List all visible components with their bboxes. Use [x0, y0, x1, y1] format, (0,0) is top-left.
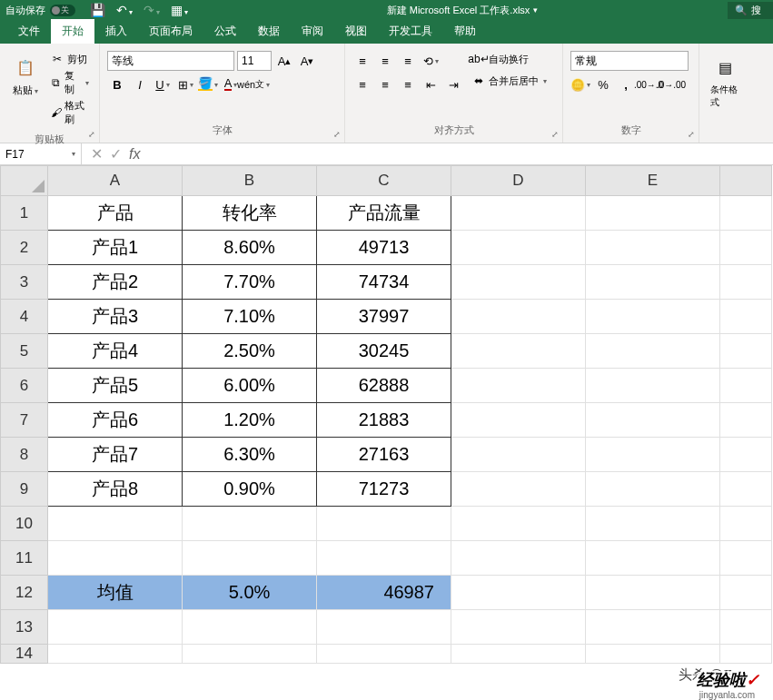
tab-home[interactable]: 开始	[51, 19, 94, 44]
cell-D6[interactable]	[451, 369, 586, 403]
percent-icon[interactable]: %	[593, 74, 613, 94]
cell-B10[interactable]	[183, 507, 317, 541]
cell-A5[interactable]: 产品4	[48, 334, 183, 369]
spreadsheet-grid[interactable]: ABCDE1产品转化率产品流量2产品18.60%497133产品27.70%74…	[0, 165, 773, 664]
cell-B14[interactable]	[183, 645, 317, 664]
merge-center-button[interactable]: ⬌合并后居中▾	[469, 73, 550, 89]
cell-E10[interactable]	[586, 507, 720, 541]
cell-E7[interactable]	[586, 403, 720, 438]
dialog-launcher-icon[interactable]: ⤢	[551, 130, 559, 139]
orientation-icon[interactable]: ⟲▾	[421, 51, 441, 71]
cell-B3[interactable]: 7.70%	[183, 265, 317, 300]
align-left-icon[interactable]: ≡	[352, 74, 372, 94]
align-center-icon[interactable]: ≡	[375, 74, 395, 94]
cell-C2[interactable]: 49713	[317, 231, 451, 265]
conditional-format-button[interactable]: ▤ 条件格式	[707, 51, 743, 111]
fill-color-button[interactable]: 🪣▾	[198, 74, 218, 94]
cell-C10[interactable]	[317, 507, 451, 541]
cell-C1[interactable]: 产品流量	[317, 196, 451, 231]
row-header-7[interactable]: 7	[1, 403, 48, 438]
phonetic-button[interactable]: wén文▾	[243, 74, 263, 94]
cell-B12[interactable]: 5.0%	[183, 576, 317, 610]
cell-B8[interactable]: 6.30%	[183, 438, 317, 472]
number-format-select[interactable]	[570, 51, 689, 71]
tab-file[interactable]: 文件	[7, 19, 51, 44]
table-icon[interactable]: ▦▾	[171, 3, 188, 17]
align-right-icon[interactable]: ≡	[398, 74, 418, 94]
dialog-launcher-icon[interactable]: ⤢	[88, 130, 95, 139]
cell-A6[interactable]: 产品5	[48, 369, 183, 403]
cell-A14[interactable]	[48, 645, 183, 664]
tab-data[interactable]: 数据	[247, 19, 291, 44]
cell-C9[interactable]: 71273	[317, 472, 451, 507]
underline-button[interactable]: U▾	[153, 74, 173, 94]
cell-A7[interactable]: 产品6	[48, 403, 183, 438]
cell-D11[interactable]	[451, 541, 586, 576]
tab-insert[interactable]: 插入	[94, 19, 138, 44]
comma-icon[interactable]: ,	[616, 74, 636, 94]
col-header-B[interactable]: B	[183, 166, 317, 196]
bold-button[interactable]: B	[107, 74, 127, 94]
row-header-1[interactable]: 1	[1, 196, 48, 231]
tab-review[interactable]: 审阅	[291, 19, 334, 44]
cell-A3[interactable]: 产品2	[48, 265, 183, 300]
cell-A12[interactable]: 均值	[48, 576, 183, 610]
cell-A9[interactable]: 产品8	[48, 472, 183, 507]
decrease-indent-icon[interactable]: ⇤	[421, 74, 441, 94]
cell-A1[interactable]: 产品	[48, 196, 183, 231]
cell-D4[interactable]	[451, 300, 586, 334]
cell-B11[interactable]	[183, 541, 317, 576]
cell-B5[interactable]: 2.50%	[183, 334, 317, 369]
currency-icon[interactable]: 🪙▾	[570, 74, 590, 94]
row-header-12[interactable]: 12	[1, 576, 48, 610]
cell-C3[interactable]: 74734	[317, 265, 451, 300]
row-header-10[interactable]: 10	[1, 507, 48, 541]
cell-D7[interactable]	[451, 403, 586, 438]
cell-A2[interactable]: 产品1	[48, 231, 183, 265]
italic-button[interactable]: I	[130, 74, 150, 94]
font-size-select[interactable]	[237, 51, 272, 71]
row-header-5[interactable]: 5	[1, 334, 48, 369]
cell-E4[interactable]	[586, 300, 720, 334]
confirm-icon[interactable]: ✓	[110, 145, 122, 163]
cell-C5[interactable]: 30245	[317, 334, 451, 369]
copy-button[interactable]: ⧉复制▾	[47, 68, 92, 97]
row-header-2[interactable]: 2	[1, 231, 48, 265]
cell-B13[interactable]	[183, 610, 317, 645]
wrap-text-button[interactable]: ab↵自动换行	[469, 51, 550, 67]
cell-E11[interactable]	[586, 541, 720, 576]
col-header-E[interactable]: E	[586, 166, 720, 196]
cell-D5[interactable]	[451, 334, 586, 369]
cell-E3[interactable]	[586, 265, 720, 300]
increase-font-icon[interactable]: A▴	[274, 51, 294, 71]
cell-B2[interactable]: 8.60%	[183, 231, 317, 265]
increase-decimal-icon[interactable]: .00→.0	[639, 74, 659, 94]
cell-D9[interactable]	[451, 472, 586, 507]
cell-A11[interactable]	[48, 541, 183, 576]
cell-C7[interactable]: 21883	[317, 403, 451, 438]
font-name-select[interactable]	[107, 51, 234, 71]
cell-B4[interactable]: 7.10%	[183, 300, 317, 334]
dialog-launcher-icon[interactable]: ⤢	[333, 130, 341, 139]
increase-indent-icon[interactable]: ⇥	[443, 74, 463, 94]
cell-A8[interactable]: 产品7	[48, 438, 183, 472]
select-all-corner[interactable]	[1, 166, 48, 196]
col-header-A[interactable]: A	[48, 166, 183, 196]
cell-E6[interactable]	[586, 369, 720, 403]
row-header-6[interactable]: 6	[1, 369, 48, 403]
cell-D10[interactable]	[451, 507, 586, 541]
cell-D14[interactable]	[451, 645, 586, 664]
cell-C12[interactable]: 46987	[317, 576, 451, 610]
cell-D12[interactable]	[451, 576, 586, 610]
cell-E8[interactable]	[586, 438, 720, 472]
cell-D1[interactable]	[451, 196, 586, 231]
row-header-9[interactable]: 9	[1, 472, 48, 507]
row-header-11[interactable]: 11	[1, 541, 48, 576]
autosave-toggle[interactable]: 自动保存 关	[0, 4, 81, 17]
row-header-4[interactable]: 4	[1, 300, 48, 334]
tab-view[interactable]: 视图	[334, 19, 378, 44]
decrease-font-icon[interactable]: A▾	[297, 51, 317, 71]
save-icon[interactable]: 💾	[90, 3, 105, 17]
row-header-3[interactable]: 3	[1, 265, 48, 300]
align-middle-icon[interactable]: ≡	[375, 51, 395, 71]
